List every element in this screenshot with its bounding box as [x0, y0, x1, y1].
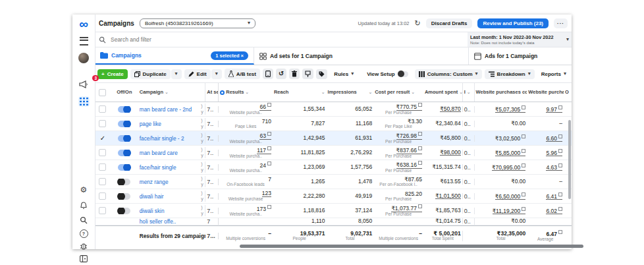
- view-setup-toggle[interactable]: View Setup: [363, 69, 412, 79]
- avatar: [78, 53, 89, 63]
- row-checkbox[interactable]: [95, 105, 111, 113]
- campaign-link[interactable]: page like: [138, 121, 200, 127]
- vertical-scrollbar-thumb[interactable]: [568, 120, 571, 199]
- columns-button[interactable]: Columns: Custom▾: [415, 69, 482, 79]
- main-menu-button[interactable]: [72, 34, 95, 47]
- attribution-setting-cell: 7..: [205, 208, 219, 214]
- selected-count-pill[interactable]: 1 selected ×: [211, 51, 248, 60]
- row-checkbox[interactable]: [95, 207, 111, 214]
- more-options-button[interactable]: ···: [554, 18, 568, 28]
- horizontal-scrollbar-thumb[interactable]: [240, 245, 583, 248]
- header-attribution[interactable]: At sett: [205, 83, 219, 102]
- toggle-off-icon[interactable]: [118, 193, 130, 200]
- pinned-column-icon: [220, 90, 225, 95]
- table-row: ✓face/hair single - 2)y7..63Website purc…: [95, 131, 572, 146]
- global-search-button[interactable]: [72, 214, 95, 227]
- review-and-publish-button[interactable]: Review and Publish (23): [477, 18, 549, 28]
- campaign-link[interactable]: diwali hair: [138, 193, 200, 200]
- plus-icon: +: [101, 71, 105, 77]
- settings-button[interactable]: ⚙: [72, 183, 95, 196]
- row-checkbox[interactable]: [95, 163, 111, 171]
- header-reach[interactable]: Reach⌄: [273, 83, 327, 102]
- sidebar-item-campaigns-table[interactable]: [72, 95, 95, 108]
- help-button[interactable]: ?: [72, 227, 95, 240]
- reports-button[interactable]: Reports▾: [537, 69, 570, 79]
- edit-button[interactable]: Edit: [184, 69, 211, 79]
- impressions-cell: 37,124: [327, 208, 374, 214]
- campaign-link[interactable]: face/hair single: [138, 164, 200, 171]
- tab-ads[interactable]: Ads for 1 Campaign: [469, 47, 572, 65]
- tab-campaigns[interactable]: Campaigns 1 selected ×: [95, 47, 254, 65]
- date-range-selector[interactable]: Last month: 1 Nov 2022-30 Nov 2022 Note:…: [468, 32, 572, 47]
- header-amount-spent[interactable]: Amount spent⌄: [423, 83, 463, 102]
- campaign-link[interactable]: menz range: [138, 179, 200, 185]
- row-checkbox[interactable]: [95, 192, 111, 200]
- row-checkbox[interactable]: ✓: [95, 134, 111, 142]
- campaign-link[interactable]: man beard care: [138, 150, 200, 156]
- header-campaign[interactable]: Campaign⌄: [138, 83, 200, 102]
- toggle-on-icon[interactable]: [118, 121, 130, 127]
- external-link-icon: [267, 103, 271, 107]
- row-toggle[interactable]: [111, 135, 138, 142]
- refresh-button[interactable]: ↻: [415, 20, 421, 27]
- breakdown-button[interactable]: Breakdown▾: [485, 69, 535, 79]
- toggle-off-icon[interactable]: [118, 179, 130, 185]
- truncated-cell: 0..: [463, 150, 475, 156]
- toggle-off-icon[interactable]: [118, 208, 130, 214]
- account-avatar[interactable]: [72, 51, 95, 65]
- row-toggle[interactable]: [111, 106, 138, 113]
- header-results[interactable]: Results⌄: [219, 83, 273, 102]
- duplicate-menu-button[interactable]: ▾: [171, 69, 182, 79]
- header-impressions[interactable]: Impressions⌄: [327, 83, 374, 102]
- ad-account-selector[interactable]: Boifresh (450382319261669) ▾: [140, 18, 255, 28]
- toggle-on-icon[interactable]: [118, 135, 130, 142]
- preview-button[interactable]: [263, 69, 273, 79]
- row-toggle[interactable]: [111, 179, 138, 185]
- campaign-link[interactable]: man beard care - 2nd: [138, 106, 200, 113]
- row-checkbox[interactable]: [95, 120, 111, 127]
- row-checkbox[interactable]: [95, 178, 111, 185]
- rules-button[interactable]: Rules▾: [330, 69, 358, 79]
- clipboard-icon: [265, 71, 271, 77]
- header-cost-per-result[interactable]: Cost per result⌄: [373, 83, 423, 102]
- row-toggle[interactable]: [111, 208, 138, 214]
- external-link-icon: [522, 149, 525, 153]
- tag-button[interactable]: [316, 69, 327, 79]
- edit-menu-button[interactable]: ▾: [211, 69, 222, 79]
- report-bug-button[interactable]: [72, 239, 95, 252]
- row-checkbox[interactable]: [95, 149, 111, 156]
- row-toggle[interactable]: [111, 164, 138, 171]
- external-link-icon: [418, 103, 422, 107]
- campaign-link[interactable]: holi seller offe..: [138, 218, 200, 225]
- select-all-checkbox[interactable]: [95, 83, 111, 102]
- header-conversion-value[interactable]: Website purchases conversion value⌄: [475, 83, 527, 102]
- tab-label: Ad sets for 1 Campaign: [270, 53, 333, 59]
- summary-reach: 19,53,371People: [273, 231, 327, 241]
- toggle-on-icon[interactable]: [118, 106, 130, 113]
- create-button[interactable]: +Create: [97, 69, 128, 79]
- toggle-on-icon[interactable]: [118, 164, 130, 171]
- undo-button[interactable]: ↺: [276, 69, 286, 79]
- header-truncated-i[interactable]: I⌄: [463, 83, 475, 102]
- header-roas[interactable]: Website purchase ROAS (return...⌄: [527, 83, 564, 102]
- duplicate-button[interactable]: Duplicate: [130, 69, 171, 79]
- row-toggle[interactable]: [111, 121, 138, 127]
- campaign-link[interactable]: diwali skin: [138, 208, 200, 214]
- external-link-icon: [267, 162, 271, 165]
- announcements-button[interactable]: 3: [72, 78, 95, 91]
- chevron-down-icon: ▾: [564, 71, 566, 76]
- impressions-cell: 1,57,756: [327, 164, 374, 170]
- toggle-on-icon[interactable]: [118, 150, 130, 156]
- discard-drafts-button[interactable]: Discard Drafts: [426, 18, 473, 28]
- ab-test-button[interactable]: A/B test: [225, 69, 260, 79]
- row-toggle[interactable]: [111, 193, 138, 200]
- campaign-link[interactable]: face/hair single - 2: [138, 135, 200, 142]
- row-toggle[interactable]: [111, 150, 138, 156]
- meta-logo-icon[interactable]: ∞: [79, 18, 88, 30]
- notifications-button[interactable]: [72, 199, 95, 212]
- collapse-panel-button[interactable]: [72, 252, 95, 265]
- header-truncated-o[interactable]: O: [564, 83, 572, 102]
- tab-adsets[interactable]: Ad sets for 1 Campaign: [254, 47, 469, 65]
- delete-button[interactable]: [289, 69, 300, 79]
- export-button[interactable]: [302, 69, 313, 79]
